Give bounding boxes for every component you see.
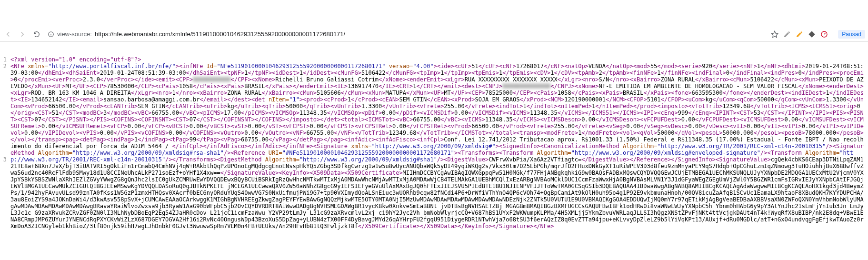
- address-bar[interactable]: view-source:https://nfe.webmaniabr.com/x…: [46, 30, 767, 38]
- info-icon: [48, 31, 54, 38]
- gauge-icon[interactable]: [820, 30, 828, 38]
- xml-declaration: <?xml version="1.0" encoding="utf-8"?>: [10, 56, 141, 63]
- code-content[interactable]: <?xml version="1.0" encoding="utf-8"?><N…: [9, 55, 868, 230]
- diamond-icon[interactable]: [808, 30, 816, 38]
- url-prefix: view-source:: [57, 30, 92, 38]
- forward-button[interactable]: [17, 29, 28, 40]
- toolbar-right: Pausad: [771, 30, 865, 39]
- reload-button[interactable]: [31, 29, 42, 40]
- back-button[interactable]: [3, 29, 13, 40]
- browser-toolbar: view-source:https://nfe.webmaniabr.com/x…: [0, 27, 868, 42]
- url-text: https://nfe.webmaniabr.com/xmlnfe/511901…: [95, 30, 345, 38]
- paused-badge[interactable]: Pausad: [838, 30, 865, 39]
- star-icon[interactable]: [771, 30, 778, 38]
- pencil-gray-icon[interactable]: [783, 30, 791, 38]
- source-view: 1 2 3 <?xml version="1.0" encoding="utf-…: [0, 55, 868, 230]
- line-gutter: 1 2 3: [0, 55, 9, 163]
- pencil-orange-icon[interactable]: [796, 30, 803, 38]
